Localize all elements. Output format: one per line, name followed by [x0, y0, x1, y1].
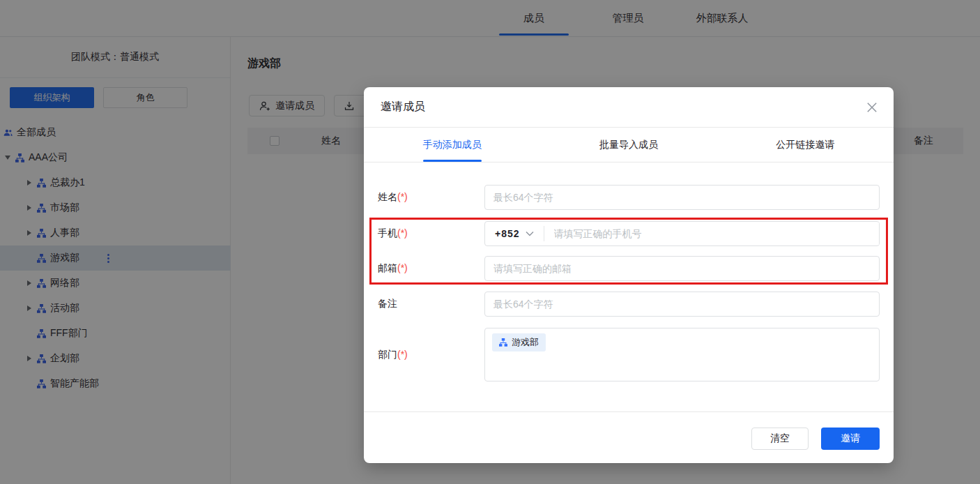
active-tab-underline — [423, 160, 482, 162]
footer-divider — [364, 411, 894, 412]
remark-label: 备注 — [378, 298, 484, 310]
email-input[interactable] — [484, 256, 880, 281]
clear-button[interactable]: 清空 — [751, 428, 809, 450]
department-label: 部门(*) — [378, 349, 484, 361]
phone-input-group: +852 — [484, 221, 880, 246]
department-picker[interactable]: 游戏部 — [484, 328, 880, 381]
modal-header: 邀请成员 — [364, 87, 894, 128]
field-row-remark: 备注 — [378, 292, 880, 317]
divider — [544, 226, 544, 241]
tab-public-link[interactable]: 公开链接邀请 — [717, 128, 894, 162]
close-icon[interactable] — [866, 101, 878, 114]
chevron-down-icon[interactable] — [526, 231, 534, 236]
field-row-phone: 手机(*) +852 — [378, 221, 880, 246]
modal-title: 邀请成员 — [381, 100, 425, 114]
invite-submit-button[interactable]: 邀请 — [821, 428, 880, 450]
field-row-email: 邮箱(*) — [378, 256, 880, 281]
required-mark: (*) — [397, 227, 408, 239]
remark-input[interactable] — [484, 292, 880, 317]
name-label: 姓名(*) — [378, 191, 484, 204]
required-mark: (*) — [397, 191, 408, 202]
required-mark: (*) — [397, 349, 408, 360]
tab-manual-add[interactable]: 手动添加成员 — [364, 128, 540, 162]
tab-batch-import-label: 批量导入成员 — [599, 139, 658, 151]
field-row-department: 部门(*) 游戏部 — [378, 328, 880, 381]
phone-label: 手机(*) — [378, 227, 484, 240]
email-label: 邮箱(*) — [378, 262, 484, 275]
field-row-name: 姓名(*) — [378, 185, 880, 210]
tab-public-link-label: 公开链接邀请 — [776, 139, 834, 151]
phone-input[interactable] — [554, 222, 879, 245]
required-mark: (*) — [397, 262, 408, 273]
invite-member-modal: 邀请成员 手动添加成员 批量导入成员 公开链接邀请 姓名(*) 手机(*) +8… — [364, 87, 894, 463]
name-input[interactable] — [484, 185, 880, 210]
org-icon — [499, 338, 507, 347]
country-code-select[interactable]: +852 — [495, 228, 520, 239]
modal-tabs: 手动添加成员 批量导入成员 公开链接邀请 — [364, 128, 894, 162]
department-chip[interactable]: 游戏部 — [492, 333, 546, 351]
tab-manual-add-label: 手动添加成员 — [423, 139, 482, 151]
department-chip-label: 游戏部 — [512, 336, 539, 349]
tab-batch-import[interactable]: 批量导入成员 — [540, 128, 717, 162]
